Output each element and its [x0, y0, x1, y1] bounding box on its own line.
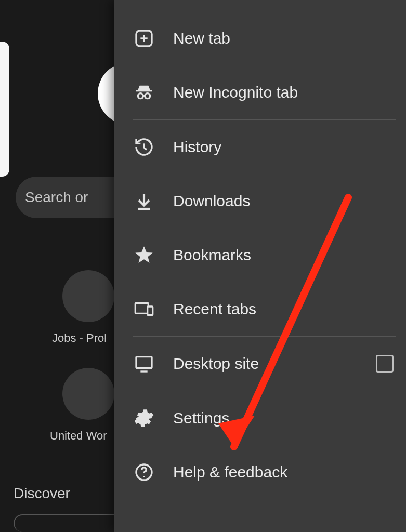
svg-rect-13: [136, 357, 152, 368]
search-placeholder: Search or: [25, 189, 88, 206]
shortcut-label-2: United Wor: [50, 429, 107, 443]
star-icon: [133, 244, 155, 267]
devices-icon: [133, 298, 155, 321]
menu-item-label: Bookmarks: [173, 246, 251, 264]
menu-item-label: Settings: [173, 409, 229, 427]
svg-point-16: [143, 476, 145, 477]
menu-history[interactable]: History: [114, 120, 406, 174]
svg-point-5: [145, 94, 150, 99]
menu-settings[interactable]: Settings: [114, 391, 406, 445]
menu-bookmarks[interactable]: Bookmarks: [114, 228, 406, 282]
menu-item-label: New tab: [173, 30, 230, 47]
shortcut-tile-1[interactable]: [62, 270, 114, 322]
menu-item-label: Help & feedback: [173, 463, 287, 481]
menu-item-label: Downloads: [173, 192, 250, 210]
menu-desktop-site[interactable]: Desktop site: [114, 337, 406, 391]
menu-help-feedback[interactable]: Help & feedback: [114, 445, 406, 499]
discover-heading: Discover: [14, 485, 70, 502]
shortcut-label-1: Jobs - Prol: [52, 331, 107, 345]
menu-downloads[interactable]: Downloads: [114, 174, 406, 228]
svg-rect-12: [148, 307, 153, 315]
gear-icon: [133, 407, 155, 430]
svg-rect-3: [136, 90, 152, 91]
menu-item-label: History: [173, 138, 221, 156]
monitor-icon: [133, 352, 155, 375]
menu-new-tab[interactable]: New tab: [114, 11, 406, 65]
menu-new-incognito[interactable]: New Incognito tab: [114, 65, 406, 119]
svg-point-4: [138, 94, 143, 99]
shortcut-tile-2[interactable]: [62, 368, 114, 420]
plus-square-icon: [133, 27, 155, 50]
svg-line-8: [144, 148, 147, 150]
help-icon: [133, 461, 155, 484]
incognito-icon: [133, 81, 155, 104]
menu-item-label: New Incognito tab: [173, 84, 298, 101]
svg-rect-11: [135, 303, 148, 313]
history-icon: [133, 136, 155, 158]
menu-item-label: Desktop site: [173, 355, 259, 373]
white-stub: [0, 42, 9, 177]
menu-recent-tabs[interactable]: Recent tabs: [114, 282, 406, 336]
desktop-site-checkbox[interactable]: [376, 355, 394, 373]
overflow-menu: New tab New Incognito tab History: [114, 0, 406, 532]
download-icon: [133, 190, 155, 212]
menu-item-label: Recent tabs: [173, 300, 256, 318]
